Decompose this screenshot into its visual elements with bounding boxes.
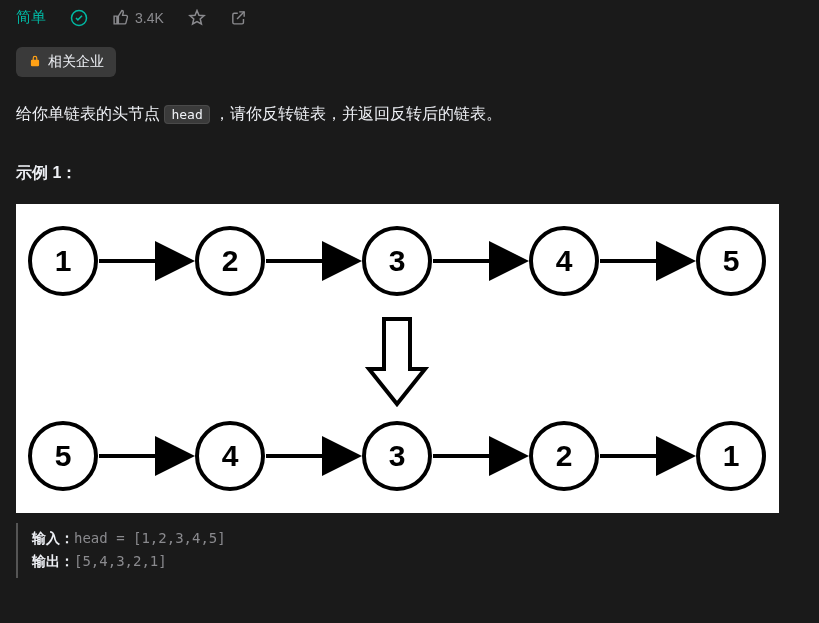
star-icon <box>188 9 206 27</box>
favorite-button[interactable] <box>188 9 206 27</box>
share-button[interactable] <box>230 9 247 26</box>
difficulty-label: 简单 <box>16 8 46 27</box>
example-diagram: 1234554321 <box>16 204 779 513</box>
svg-text:4: 4 <box>556 244 573 277</box>
code-head: head <box>164 105 209 124</box>
example-title: 示例 1： <box>16 163 803 184</box>
like-button[interactable]: 3.4K <box>112 9 164 26</box>
svg-text:3: 3 <box>389 439 406 472</box>
problem-header: 简单 3.4K <box>16 8 803 27</box>
svg-text:1: 1 <box>723 439 740 472</box>
input-line: 输入：head = [1,2,3,4,5] <box>32 527 803 551</box>
companies-button[interactable]: 相关企业 <box>16 47 116 77</box>
problem-description: 给你单链表的头节点 head ，请你反转链表，并返回反转后的链表。 <box>16 101 803 127</box>
solved-check-icon <box>70 9 88 27</box>
lock-icon <box>28 54 42 71</box>
companies-label: 相关企业 <box>48 53 104 71</box>
like-count: 3.4K <box>135 10 164 26</box>
output-line: 输出：[5,4,3,2,1] <box>32 550 803 574</box>
svg-text:4: 4 <box>222 439 239 472</box>
thumbs-up-icon <box>112 9 129 26</box>
share-icon <box>230 9 247 26</box>
example-io: 输入：head = [1,2,3,4,5] 输出：[5,4,3,2,1] <box>16 523 803 579</box>
svg-text:3: 3 <box>389 244 406 277</box>
svg-text:2: 2 <box>222 244 239 277</box>
svg-text:5: 5 <box>55 439 72 472</box>
svg-text:5: 5 <box>723 244 740 277</box>
svg-text:1: 1 <box>55 244 72 277</box>
svg-text:2: 2 <box>556 439 573 472</box>
